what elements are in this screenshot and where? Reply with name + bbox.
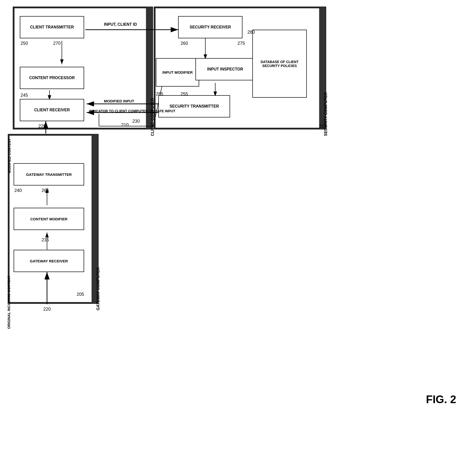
ref-205: 205: [77, 292, 84, 297]
security-receiver-box: SECURITY RECEIVER: [178, 16, 242, 38]
modified-content-label: MODIFIED CONTENT: [7, 124, 11, 173]
ref-265: 265: [42, 188, 49, 193]
gateway-computer-label: GATEWAY COMPUTER: [96, 142, 100, 310]
ref-240: 240: [14, 188, 22, 193]
security-computer-label: SECURITY COMPUTER: [324, 15, 328, 136]
ref-235: 235: [42, 237, 49, 243]
database-box: DATABASE OF CLIENT SECURITY POLICIES: [252, 30, 307, 98]
client-transmitter-box: CLIENT TRANSMITTER: [20, 16, 84, 38]
ref-280: 280: [247, 30, 255, 35]
ref-285: 285: [156, 92, 163, 97]
gateway-transmitter-box: GATEWAY TRANSMITTER: [14, 163, 84, 185]
content-processor-box: CONTENT PROCESSOR: [20, 67, 84, 89]
security-transmitter-box: SECURITY TRANSMITTER: [158, 95, 230, 117]
ref-250: 250: [21, 41, 28, 46]
ref-215: 215: [319, 124, 327, 129]
client-receiver-box: CLIENT RECEIVER: [20, 99, 84, 121]
original-incoming-label: ORIGINAL INCOMING CONTENT: [7, 279, 11, 329]
fig-label: FIG. 2: [426, 393, 456, 406]
ref-260: 260: [181, 41, 188, 46]
client-computer-label: CLIENT COMPUTER: [150, 15, 155, 136]
ref-245: 245: [21, 93, 28, 98]
gateway-receiver-box: GATEWAY RECEIVER: [14, 250, 84, 272]
ref-220: 220: [43, 307, 51, 312]
input-client-id-label: INPUT, CLIENT ID: [104, 22, 137, 27]
ref-275: 275: [238, 41, 245, 46]
diagram: CLIENT TRANSMITTER CONTENT PROCESSOR CLI…: [0, 0, 476, 460]
ref-255: 255: [181, 92, 188, 97]
ref-270: 270: [53, 41, 61, 46]
modified-input-label: MODIFIED INPUT: [104, 99, 134, 103]
indicator-label: INDICATOR TO CLIENT COMPUTER OF SAFE INP…: [89, 109, 175, 113]
input-modifier-box: INPUT MODIFIER: [156, 58, 199, 87]
input-inspector-box: INPUT INSPECTOR: [195, 58, 255, 80]
ref-230: 230: [132, 119, 140, 124]
ref-225: 225: [38, 124, 46, 129]
ref-210: 210: [121, 122, 129, 128]
content-modifier-box: CONTENT MODIFIER: [14, 208, 84, 230]
